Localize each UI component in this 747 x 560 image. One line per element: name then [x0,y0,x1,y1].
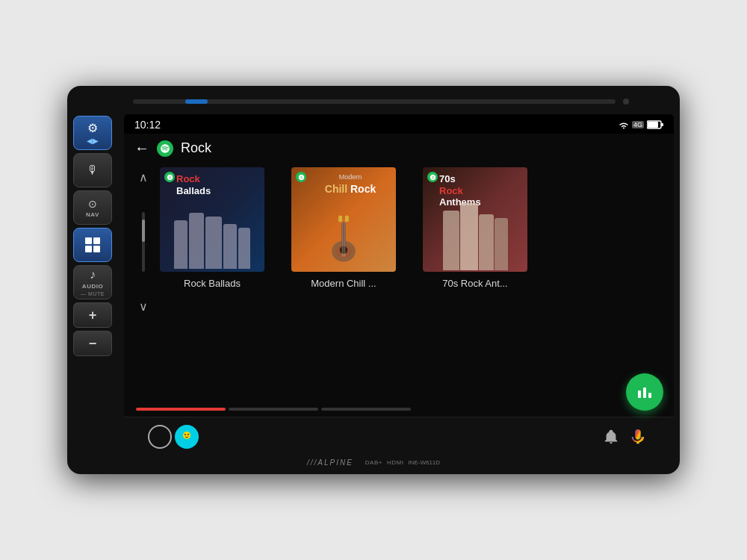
screen-header: ← Rock [134,140,663,157]
microphone-button[interactable]: 🎙 [73,153,112,187]
svg-rect-16 [648,393,651,398]
playlist-label-70s-rock: 70s Rock Ant... [423,278,527,289]
audio-label: AUDIO [82,283,103,290]
brand-badges: DAB+ HDMI INE-W611D [365,459,440,466]
volume-up-button[interactable]: + [73,302,112,328]
scroll-down-button[interactable]: ∨ [139,299,148,314]
svg-point-9 [345,215,349,219]
svg-rect-14 [638,391,641,398]
audio-wave-icon: ◀▶ [87,137,99,145]
back-button[interactable]: ← [134,140,149,157]
brand-name: ///ALPINE [307,458,353,467]
page-title: Rock [181,140,211,156]
apps-button[interactable] [73,228,112,262]
spotify-badge-70s-rock [427,172,438,182]
volume-down-button[interactable]: − [73,331,112,356]
music-icon: ♪ [90,268,96,281]
band-silhouette [160,212,264,272]
plus-icon: + [89,308,97,323]
audio-button[interactable]: ♪ AUDIO — MUTE [73,265,112,299]
progress-area [134,408,663,411]
waze-icon [175,425,199,449]
fab-play-button[interactable] [626,373,663,411]
scroll-controls: ∧ ∨ [134,167,152,317]
chart-bars-icon [636,383,654,401]
nav-icon: ⊙ [88,198,97,210]
camera [623,99,629,105]
bottom-nav [124,417,674,455]
notification-button[interactable] [598,423,624,450]
progress-bar-inactive-1 [229,408,318,411]
apps-grid-icon [85,237,100,252]
hdmi-badge: HDMI [387,459,403,466]
svg-point-19 [185,434,186,435]
dab-badge: DAB+ [365,459,382,466]
car-unit: ⚙ ◀▶ 🎙 ⊙ NAV [67,86,680,474]
album-text-70s-rock: 70s Rock Anthems [439,173,524,208]
album-text-chill-rock: Modern Chill Rock [308,173,393,196]
playlist-item-70s-rock[interactable]: 70s Rock Anthems [415,167,535,289]
google-mic-icon [630,429,646,445]
band-70s-silhouette [423,205,527,272]
google-mic-button[interactable] [624,423,651,450]
album-text-rock-ballads: Rock Ballads [176,173,261,196]
settings-audio-button[interactable]: ⚙ ◀▶ [73,116,112,150]
svg-rect-1 [648,122,658,128]
bell-icon [603,429,619,445]
playlist-item-chill-rock[interactable]: Modern Chill Rock [284,167,403,289]
status-icons: 4G [619,120,663,129]
album-art-70s-rock: 70s Rock Anthems [423,167,527,272]
nav-button[interactable]: ⊙ NAV [73,190,112,225]
left-button-panel: ⚙ ◀▶ 🎙 ⊙ NAV [73,114,120,455]
status-bar: 10:12 4G [124,114,674,134]
svg-point-8 [338,215,342,219]
home-circle-icon [148,425,172,449]
settings-icon: ⚙ [87,121,98,135]
unit-brand-strip: ///ALPINE DAB+ HDMI INE-W611D [73,455,674,468]
lte-badge: 4G [632,121,644,128]
svg-point-20 [187,434,189,435]
waze-button[interactable] [173,423,200,450]
cd-indicator [185,99,208,104]
playlist-label-rock-ballads: Rock Ballads [160,278,264,289]
svg-rect-15 [643,388,646,398]
battery-icon [647,120,663,129]
top-strip [73,93,674,110]
microphone-icon: 🎙 [87,164,99,177]
playlist-label-chill-rock: Modern Chill ... [291,278,396,289]
progress-bar-active [136,408,226,411]
svg-rect-2 [661,123,663,126]
playlist-area: ∧ ∨ [134,167,663,405]
spotify-badge-rock-ballads [164,172,175,182]
guitar-icon [325,212,362,264]
progress-bar-inactive-2 [321,408,411,411]
screen-content: ← Rock ∧ ∨ [124,134,674,417]
main-screen: 10:12 4G [124,114,674,455]
mute-label: — MUTE [81,291,105,296]
playlists-grid: Rock Ballads [152,167,663,289]
cd-slot [133,99,616,104]
main-body: ⚙ ◀▶ 🎙 ⊙ NAV [73,114,674,455]
clock: 10:12 [134,119,161,131]
spotify-icon [157,140,173,157]
scroll-thumb [142,220,145,242]
scroll-up-button[interactable]: ∧ [139,170,148,184]
album-art-chill-rock: Modern Chill Rock [291,167,396,272]
minus-icon: − [89,336,97,352]
wifi-icon [619,121,629,129]
nav-label: NAV [86,211,99,218]
scroll-track [142,212,145,272]
model-number: INE-W611D [408,459,440,466]
spotify-badge-chill-rock [296,172,306,182]
album-art-rock-ballads: Rock Ballads [160,167,264,272]
home-button[interactable] [146,423,173,450]
playlist-item-rock-ballads[interactable]: Rock Ballads [152,167,272,289]
